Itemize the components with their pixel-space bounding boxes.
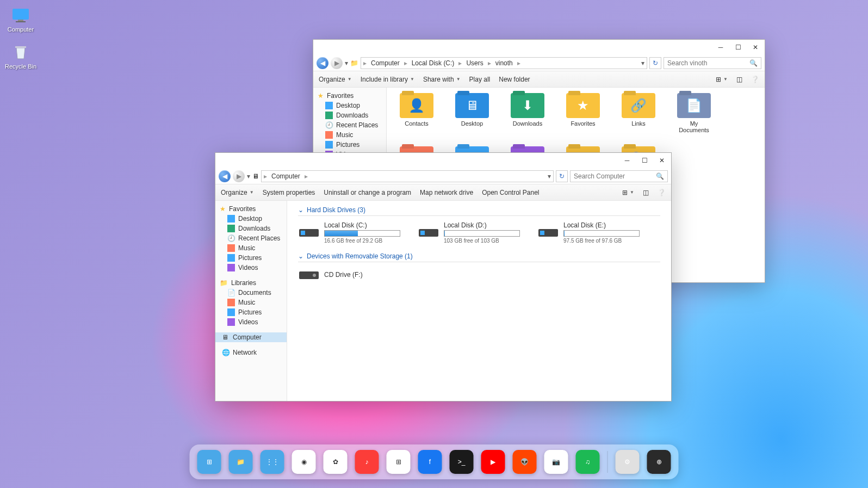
dropdown-icon[interactable]: ▾ <box>345 59 348 67</box>
search-box[interactable]: 🔍 <box>570 170 668 182</box>
folder-icon: ★ <box>566 93 600 118</box>
dock-icon-store[interactable]: ⊞ <box>387 450 411 474</box>
sidebar-item-pictures[interactable]: Pictures <box>215 253 287 263</box>
folder-item[interactable]: 🖥Desktop <box>453 93 491 133</box>
sidebar-item-downloads[interactable]: Downloads <box>313 110 386 120</box>
dock-icon-reddit[interactable]: 👽 <box>513 450 537 474</box>
dock-icon-music[interactable]: ♪ <box>355 450 379 474</box>
dock-icon-facebook[interactable]: f <box>418 450 442 474</box>
view-options-button[interactable]: ⊞▼ <box>716 76 728 83</box>
drive-item[interactable]: Local Disk (D:)103 GB free of 103 GB <box>418 220 521 245</box>
search-box[interactable]: 🔍 <box>664 57 761 69</box>
sidebar-favorites-header[interactable]: ★Favorites <box>313 91 386 101</box>
maximize-button[interactable]: ☐ <box>729 41 747 54</box>
dock-icon-terminal[interactable]: >_ <box>450 450 474 474</box>
svg-rect-1 <box>18 20 23 21</box>
sidebar-item-videos[interactable]: Videos <box>215 263 287 273</box>
dock-icon-chrome[interactable]: ◉ <box>292 450 316 474</box>
close-button[interactable]: ✕ <box>747 41 764 54</box>
back-button[interactable]: ◀ <box>219 170 231 182</box>
sidebar-favorites-header[interactable]: ★Favorites <box>215 204 287 214</box>
sidebar-item-music[interactable]: Music <box>215 243 287 253</box>
organize-button[interactable]: Organize▼ <box>221 189 254 196</box>
search-input[interactable] <box>574 172 656 180</box>
sidebar-item-videos[interactable]: Videos <box>215 317 287 327</box>
removable-section-header[interactable]: ⌄Devices with Removable Storage (1) <box>298 252 660 262</box>
breadcrumb-path[interactable]: ▸ Computer▸ Local Disk (C:)▸ Users▸ vino… <box>361 57 647 69</box>
forward-button[interactable]: ▶ <box>331 57 343 69</box>
dock-icon-instagram[interactable]: 📷 <box>544 450 568 474</box>
help-button[interactable]: ❔ <box>658 189 666 196</box>
breadcrumb[interactable]: Local Disk (C:) <box>410 59 457 67</box>
dock-icon-launchpad[interactable]: ⊞ <box>197 450 221 474</box>
new-folder-button[interactable]: New folder <box>499 76 530 83</box>
dock-icon-photos[interactable]: ✿ <box>324 450 348 474</box>
folder-item[interactable]: ⬇Downloads <box>509 93 547 133</box>
minimize-button[interactable]: ─ <box>618 154 636 167</box>
folder-label: Desktop <box>453 120 491 127</box>
back-button[interactable]: ◀ <box>317 57 328 69</box>
hdd-icon <box>419 225 438 240</box>
breadcrumb[interactable]: vinoth <box>493 59 515 67</box>
sidebar-item-desktop[interactable]: Desktop <box>313 101 386 110</box>
sidebar-item-downloads[interactable]: Downloads <box>215 224 287 233</box>
mapnet-button[interactable]: Map network drive <box>420 189 473 196</box>
dock-icon-apps[interactable]: ⋮⋮ <box>261 450 284 474</box>
youtube-icon: ▶ <box>491 458 495 466</box>
drive-item[interactable]: Local Disk (C:)16.6 GB free of 29.2 GB <box>298 220 401 245</box>
desktop-icon-recycle[interactable]: Recycle Bin <box>4 42 37 70</box>
cpanel-button[interactable]: Open Control Panel <box>482 189 539 196</box>
folder-item[interactable]: 🔗Links <box>619 93 658 133</box>
preview-pane-button[interactable]: ◫ <box>643 189 649 196</box>
folder-item[interactable]: 📄My Documents <box>675 93 713 133</box>
sidebar-item-music[interactable]: Music <box>215 298 287 307</box>
uninstall-button[interactable]: Uninstall or change a program <box>324 189 411 196</box>
cd-drive[interactable]: CD Drive (F:) <box>298 267 401 284</box>
help-button[interactable]: ❔ <box>751 76 759 83</box>
sidebar-item-pictures[interactable]: Pictures <box>215 307 287 317</box>
breadcrumb[interactable]: Computer <box>269 172 302 180</box>
sysprops-button[interactable]: System properties <box>263 189 315 196</box>
dock-icon-explorer[interactable]: 📁 <box>229 450 253 474</box>
sidebar-item-recent[interactable]: 🕘Recent Places <box>313 120 386 130</box>
drive-item[interactable]: Local Disk (E:)97.5 GB free of 97.6 GB <box>537 220 641 245</box>
hdd-section-header[interactable]: ⌄Hard Disk Drives (3) <box>298 206 660 216</box>
maximize-button[interactable]: ☐ <box>636 154 653 167</box>
chevron-down-icon[interactable]: ▾ <box>548 172 551 180</box>
refresh-button[interactable]: ↻ <box>556 170 568 182</box>
sidebar-item-recent[interactable]: 🕘Recent Places <box>215 233 287 243</box>
breadcrumb[interactable]: Computer <box>369 59 402 67</box>
dock-icon-settings[interactable]: ⚙ <box>616 450 640 474</box>
music-icon: ♪ <box>365 458 369 466</box>
folder-item[interactable]: ★Favorites <box>564 93 602 133</box>
sidebar-libraries-header[interactable]: 📁Libraries <box>215 278 287 288</box>
forward-button[interactable]: ▶ <box>233 170 245 182</box>
minimize-button[interactable]: ─ <box>712 41 729 54</box>
svg-rect-5 <box>301 231 305 235</box>
search-input[interactable] <box>667 59 749 67</box>
play-all-button[interactable]: Play all <box>469 76 491 83</box>
breadcrumb[interactable]: Users <box>464 59 485 67</box>
sidebar-item-network[interactable]: 🌐Network <box>215 348 287 357</box>
sidebar-item-documents[interactable]: 📄Documents <box>215 288 287 298</box>
close-button[interactable]: ✕ <box>653 154 671 167</box>
include-library-button[interactable]: Include in library▼ <box>361 76 414 83</box>
dock-icon-spotify[interactable]: ♫ <box>576 450 600 474</box>
preview-pane-button[interactable]: ◫ <box>736 76 742 83</box>
sidebar-item-computer[interactable]: 🖥Computer <box>215 332 287 342</box>
dock-icon-other[interactable]: ⊕ <box>647 450 671 474</box>
dock-icon-youtube[interactable]: ▶ <box>481 450 505 474</box>
organize-button[interactable]: Organize▼ <box>319 76 352 83</box>
chevron-down-icon[interactable]: ▾ <box>641 59 644 67</box>
desktop-icon-computer[interactable]: Computer <box>4 5 37 33</box>
sidebar-item-desktop[interactable]: Desktop <box>215 214 287 224</box>
dropdown-icon[interactable]: ▾ <box>247 172 250 180</box>
refresh-button[interactable]: ↻ <box>649 57 661 69</box>
sidebar-item-music[interactable]: Music <box>313 130 386 140</box>
breadcrumb-path[interactable]: ▸ Computer▸ ▾ <box>261 170 554 182</box>
folder-item[interactable]: 👤Contacts <box>398 93 436 133</box>
share-button[interactable]: Share with▼ <box>423 76 461 83</box>
toolbar: Organize▼ System properties Uninstall or… <box>215 184 671 201</box>
sidebar-item-pictures[interactable]: Pictures <box>313 140 386 150</box>
view-options-button[interactable]: ⊞▼ <box>622 189 634 196</box>
